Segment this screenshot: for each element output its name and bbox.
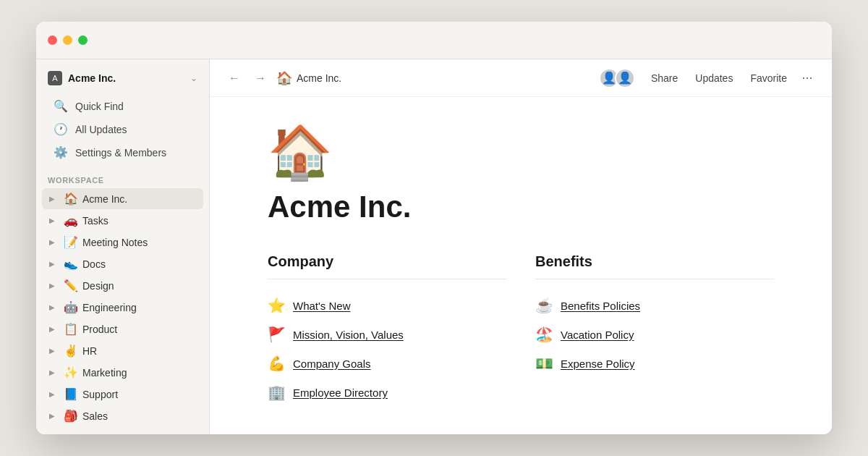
topbar: ← → 🏠 Acme Inc. 👤 👤 Share Updates Favori…: [210, 59, 832, 97]
link-text: Employee Directory: [293, 387, 388, 399]
minimize-button[interactable]: [63, 35, 72, 45]
sidebar-item-marketing[interactable]: ▶ ✨ Marketing: [42, 362, 203, 383]
star-icon: ⭐: [268, 297, 286, 314]
chevron-right-icon: ▶: [49, 260, 59, 268]
tree-item-emoji: 📝: [64, 235, 78, 249]
sidebar-nav-label: Quick Find: [75, 101, 124, 112]
sidebar-item-docs[interactable]: ▶ 👟 Docs: [42, 253, 203, 274]
chevron-right-icon: ▶: [49, 390, 59, 398]
gear-icon: ⚙️: [54, 145, 68, 159]
sidebar-tree: ▶ 🏠 Acme Inc. ▶ 🚗 Tasks ▶ 📝 Meeting Note…: [36, 187, 209, 427]
link-whats-new[interactable]: ⭐ What's New: [268, 291, 506, 320]
chevron-right-icon: ▶: [49, 303, 59, 311]
sidebar-item-tasks[interactable]: ▶ 🚗 Tasks: [42, 210, 203, 231]
link-text: Expense Policy: [561, 358, 635, 370]
tree-item-label: Sales: [82, 410, 108, 422]
traffic-lights: [48, 35, 88, 45]
tree-item-emoji: 📋: [64, 322, 78, 336]
titlebar: [36, 22, 832, 59]
chevron-right-icon: ▶: [49, 347, 59, 355]
forward-button[interactable]: →: [250, 68, 271, 88]
sidebar-nav-label: Settings & Members: [75, 147, 166, 159]
tree-item-label: Tasks: [82, 215, 109, 227]
breadcrumb: 🏠 Acme Inc.: [276, 70, 341, 86]
sidebar-item-settings[interactable]: ⚙️ Settings & Members: [42, 141, 203, 164]
page-icon: 🏠: [268, 126, 774, 178]
tree-item-emoji: ✌️: [64, 344, 78, 358]
topbar-actions: 👤 👤 Share Updates Favorite ···: [599, 68, 817, 88]
favorite-button[interactable]: Favorite: [743, 69, 794, 87]
workspace-section-label: WORKSPACE: [36, 167, 209, 187]
breadcrumb-emoji: 🏠: [276, 70, 292, 86]
page-columns: Company ⭐ What's New 🚩 Mission, Vision, …: [268, 253, 774, 407]
workspace-icon: A: [48, 71, 62, 85]
clock-icon: 🕐: [54, 122, 68, 136]
beach-icon: 🏖️: [535, 326, 553, 343]
benefits-column-divider: [535, 279, 774, 279]
link-vacation-policy[interactable]: 🏖️ Vacation Policy: [535, 320, 774, 349]
chevron-right-icon: ▶: [49, 282, 59, 290]
link-mission[interactable]: 🚩 Mission, Vision, Values: [268, 320, 506, 349]
updates-button[interactable]: Updates: [688, 69, 740, 87]
sidebar-item-all-updates[interactable]: 🕐 All Updates: [42, 118, 203, 140]
chevron-right-icon: ▶: [49, 412, 59, 420]
breadcrumb-name: Acme Inc.: [297, 72, 341, 84]
coffee-icon: ☕: [535, 297, 553, 314]
sidebar: A Acme Inc. ⌄ 🔍 Quick Find 🕐 All Updates…: [36, 59, 210, 434]
more-button[interactable]: ···: [797, 68, 817, 88]
avatar: 👤: [615, 68, 635, 88]
chevron-right-icon: ▶: [49, 325, 59, 333]
page-title: Acme Inc.: [268, 190, 774, 224]
office-icon: 🏢: [268, 384, 286, 401]
sidebar-item-design[interactable]: ▶ ✏️ Design: [42, 275, 203, 296]
tree-item-label: Product: [82, 324, 117, 335]
link-text: What's New: [293, 300, 351, 312]
workspace-name: Acme Inc.: [68, 72, 184, 84]
sidebar-item-hr[interactable]: ▶ ✌️ HR: [42, 340, 203, 361]
sidebar-item-support[interactable]: ▶ 📘 Support: [42, 384, 203, 405]
sidebar-item-quick-find[interactable]: 🔍 Quick Find: [42, 95, 203, 117]
link-text: Benefits Policies: [561, 300, 640, 312]
tree-item-label: Support: [82, 389, 118, 400]
link-company-goals[interactable]: 💪 Company Goals: [268, 349, 506, 378]
close-button[interactable]: [48, 35, 57, 45]
tree-item-emoji: 📘: [64, 387, 78, 401]
tree-item-emoji: ✨: [64, 366, 78, 379]
tree-item-label: Design: [82, 280, 114, 292]
back-button[interactable]: ←: [224, 68, 244, 88]
sidebar-item-product[interactable]: ▶ 📋 Product: [42, 318, 203, 339]
chevron-right-icon: ▶: [49, 216, 59, 224]
muscle-icon: 💪: [268, 355, 286, 372]
sidebar-item-acme-inc[interactable]: ▶ 🏠 Acme Inc.: [42, 188, 203, 209]
link-text: Vacation Policy: [561, 329, 634, 341]
tree-item-emoji: ✏️: [64, 279, 78, 292]
link-expense-policy[interactable]: 💵 Expense Policy: [535, 349, 774, 378]
workspace-header[interactable]: A Acme Inc. ⌄: [36, 65, 209, 91]
page-content: 🏠 Acme Inc. Company ⭐ What's New 🚩 Mis: [210, 97, 832, 434]
chevron-down-icon: ▶: [49, 195, 59, 203]
link-text: Mission, Vision, Values: [293, 329, 404, 341]
benefits-column-title: Benefits: [535, 253, 774, 270]
link-benefits-policies[interactable]: ☕ Benefits Policies: [535, 291, 774, 320]
tree-item-label: Engineering: [82, 302, 137, 313]
tree-item-emoji: 👟: [64, 257, 78, 271]
company-column: Company ⭐ What's New 🚩 Mission, Vision, …: [268, 253, 506, 407]
share-button[interactable]: Share: [644, 69, 685, 87]
link-employee-directory[interactable]: 🏢 Employee Directory: [268, 378, 506, 407]
tree-item-emoji: 🚗: [64, 214, 78, 227]
sidebar-item-engineering[interactable]: ▶ 🤖 Engineering: [42, 297, 203, 318]
tree-item-label: HR: [82, 345, 97, 357]
sidebar-item-meeting-notes[interactable]: ▶ 📝 Meeting Notes: [42, 232, 203, 253]
benefits-column: Benefits ☕ Benefits Policies 🏖️ Vacation…: [535, 253, 774, 407]
tree-item-label: Meeting Notes: [82, 237, 148, 248]
app-window: A Acme Inc. ⌄ 🔍 Quick Find 🕐 All Updates…: [36, 22, 832, 434]
tree-item-label: Acme Inc.: [82, 193, 127, 205]
sidebar-nav-label: All Updates: [75, 124, 127, 135]
chevron-right-icon: ▶: [49, 238, 59, 246]
maximize-button[interactable]: [78, 35, 88, 45]
workspace-chevron-icon: ⌄: [190, 73, 197, 83]
tree-item-label: Docs: [82, 258, 106, 270]
sidebar-item-sales[interactable]: ▶ 🎒 Sales: [42, 405, 203, 426]
search-icon: 🔍: [54, 99, 68, 113]
tree-item-label: Marketing: [82, 367, 127, 379]
